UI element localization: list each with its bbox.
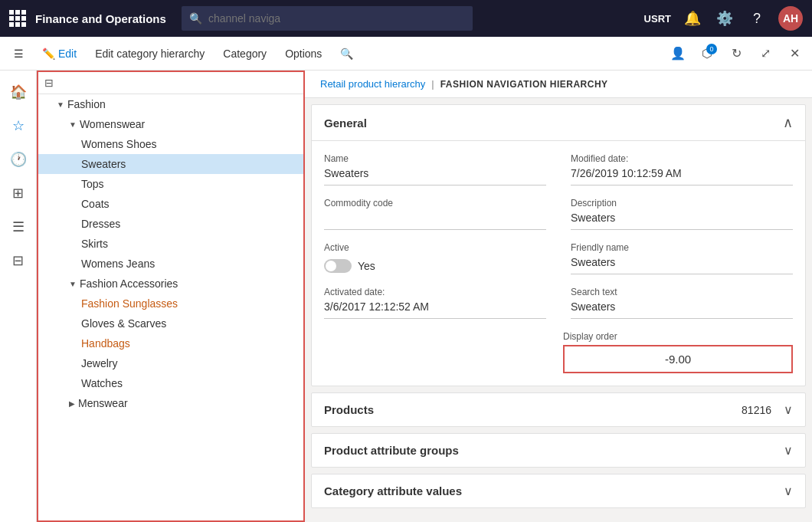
- search-cmd-button[interactable]: 🔍: [332, 43, 361, 64]
- tree-item-womens-shoes[interactable]: Womens Shoes: [38, 134, 303, 154]
- settings-button[interactable]: ⚙️: [714, 8, 735, 29]
- tree-item-fashion[interactable]: ▼ Fashion: [38, 94, 303, 114]
- command-right: 👤 ⬡ 0 ↻ ⤢ ✕: [666, 42, 806, 65]
- tree-item-dresses[interactable]: Dresses: [38, 214, 303, 234]
- filter-icon[interactable]: ⊟: [3, 245, 34, 276]
- notification-button[interactable]: 🔔: [682, 8, 703, 29]
- product-attribute-groups-title: Product attribute groups: [324, 444, 459, 457]
- top-bar: Finance and Operations 🔍 USRT 🔔 ⚙️ ? AH: [0, 0, 812, 37]
- search-text-field: Search text Sweaters: [571, 287, 793, 319]
- waffle-menu[interactable]: [9, 10, 26, 27]
- general-section-header[interactable]: General ∧: [312, 105, 805, 141]
- tree-item-coats[interactable]: Coats: [38, 194, 303, 214]
- search-text-value: Sweaters: [571, 300, 793, 319]
- tree-item-gloves-scarves[interactable]: Gloves & Scarves: [38, 314, 303, 333]
- tree-item-watches[interactable]: Watches: [38, 373, 303, 393]
- product-attribute-groups-header[interactable]: Product attribute groups ∨: [312, 434, 805, 467]
- modified-date-label: Modified date:: [571, 153, 793, 164]
- breadcrumb-current: FASHION NAVIGATION HIERARCHY: [440, 79, 608, 90]
- chevron-down-icon: ▼: [57, 100, 64, 109]
- hamburger-button[interactable]: ☰: [6, 43, 31, 64]
- edit-icon: ✏️: [42, 48, 55, 60]
- options-button[interactable]: Options: [277, 43, 329, 64]
- active-toggle-label: Yes: [358, 260, 375, 272]
- popout-button[interactable]: ⤢: [754, 42, 777, 65]
- commodity-code-label: Commodity code: [324, 198, 546, 208]
- description-value: Sweaters: [571, 212, 793, 230]
- help-button[interactable]: ?: [746, 8, 768, 29]
- search-icon: 🔍: [189, 12, 202, 25]
- active-toggle-container: Yes: [324, 259, 546, 273]
- category-button[interactable]: Category: [215, 43, 274, 64]
- detail-panel: Retail product hierarchy | FASHION NAVIG…: [305, 71, 812, 522]
- active-field: Active Yes: [324, 242, 546, 274]
- tree-item-tops[interactable]: Tops: [38, 174, 303, 194]
- breadcrumb: Retail product hierarchy | FASHION NAVIG…: [305, 71, 812, 98]
- close-button[interactable]: ✕: [783, 42, 806, 65]
- refresh-button[interactable]: ↻: [725, 42, 748, 65]
- tree-item-handbags[interactable]: Handbags: [38, 333, 303, 353]
- tree-item-sweaters[interactable]: Sweaters: [38, 154, 303, 174]
- display-order-value[interactable]: -9.00: [563, 345, 793, 373]
- display-order-label: Display order: [563, 331, 793, 342]
- list-icon[interactable]: ☰: [3, 212, 34, 242]
- name-value: Sweaters: [324, 167, 546, 185]
- top-bar-right: USRT 🔔 ⚙️ ? AH: [644, 6, 803, 31]
- friendly-name-value: Sweaters: [571, 256, 793, 274]
- persona-button[interactable]: 👤: [666, 42, 689, 65]
- search-cmd-icon: 🔍: [340, 48, 353, 60]
- active-toggle[interactable]: [324, 259, 352, 273]
- activated-date-label: Activated date:: [324, 287, 546, 297]
- modified-date-value: 7/26/2019 10:12:59 AM: [571, 167, 793, 185]
- tree-item-skirts[interactable]: Skirts: [38, 234, 303, 254]
- category-attribute-values-section: Category attribute values ∨: [311, 474, 806, 508]
- general-title: General: [324, 117, 367, 130]
- general-form: Name Sweaters Modified date: 7/26/2019 1…: [324, 153, 793, 319]
- grid-icon[interactable]: ⊞: [3, 178, 34, 208]
- general-section-body: Name Sweaters Modified date: 7/26/2019 1…: [312, 141, 805, 386]
- breadcrumb-link[interactable]: Retail product hierarchy: [320, 78, 425, 90]
- chevron-right-icon: ▶: [69, 399, 75, 408]
- tree-item-menswear[interactable]: ▶ Menswear: [38, 393, 303, 413]
- product-attribute-groups-section: Product attribute groups ∨: [311, 433, 806, 468]
- display-order-field: Display order -9.00: [563, 331, 793, 373]
- collapse-icon: ∧: [783, 114, 793, 131]
- star-icon[interactable]: ☆: [3, 110, 34, 141]
- main-layout: 🏠 ☆ 🕐 ⊞ ☰ ⊟ ⊟ ▼ Fashion ▼ Womenswear Wom…: [0, 71, 812, 522]
- friendly-name-field: Friendly name Sweaters: [571, 242, 793, 274]
- display-order-section: Display order -9.00: [324, 331, 793, 373]
- home-icon[interactable]: 🏠: [3, 77, 34, 107]
- tree-item-womenswear[interactable]: ▼ Womenswear: [38, 114, 303, 134]
- chevron-down-icon: ∨: [784, 402, 793, 417]
- products-header-right: 81216 ∨: [742, 402, 793, 417]
- edit-category-button[interactable]: Edit category hierarchy: [87, 43, 212, 64]
- toggle-knob: [326, 261, 336, 271]
- tree-item-fashion-sunglasses[interactable]: Fashion Sunglasses: [38, 294, 303, 314]
- search-input[interactable]: [208, 12, 465, 25]
- tree-item-womens-jeans[interactable]: Womens Jeans: [38, 254, 303, 274]
- username-label: USRT: [644, 13, 671, 25]
- chevron-down-icon: ∨: [784, 443, 793, 458]
- commodity-code-field: Commodity code: [324, 198, 546, 230]
- tree-item-fashion-accessories[interactable]: ▼ Fashion Accessories: [38, 274, 303, 294]
- clock-icon[interactable]: 🕐: [3, 144, 34, 175]
- edit-button[interactable]: ✏️ Edit: [34, 43, 84, 64]
- chevron-down-icon: ∨: [784, 484, 793, 498]
- description-field: Description Sweaters: [571, 198, 793, 230]
- category-attribute-values-title: Category attribute values: [324, 484, 462, 497]
- search-text-label: Search text: [571, 287, 793, 297]
- chevron-down-icon: ▼: [69, 280, 77, 288]
- tree-filter-button[interactable]: ⊟: [44, 77, 54, 89]
- activated-date-value: 3/6/2017 12:12:52 AM: [324, 300, 546, 319]
- activated-date-field: Activated date: 3/6/2017 12:12:52 AM: [324, 287, 546, 319]
- tree-item-jewelry[interactable]: Jewelry: [38, 353, 303, 373]
- products-section-header[interactable]: Products 81216 ∨: [312, 393, 805, 426]
- category-attribute-values-header[interactable]: Category attribute values ∨: [312, 474, 805, 507]
- apps-button[interactable]: ⬡ 0: [696, 42, 719, 65]
- search-box[interactable]: 🔍: [182, 6, 473, 31]
- user-avatar[interactable]: AH: [778, 6, 803, 31]
- name-label: Name: [324, 153, 546, 164]
- products-title: Products: [324, 403, 374, 416]
- products-section: Products 81216 ∨: [311, 392, 806, 427]
- app-title: Finance and Operations: [35, 12, 166, 25]
